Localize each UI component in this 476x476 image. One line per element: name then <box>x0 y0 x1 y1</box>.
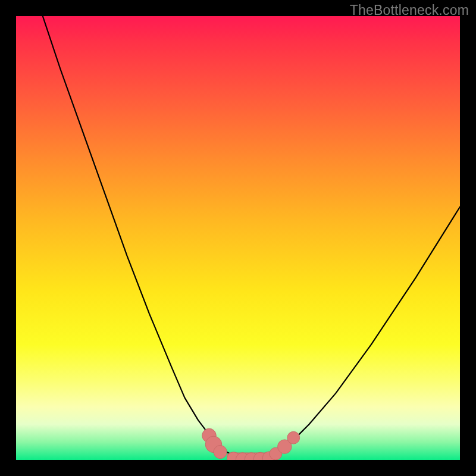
bottleneck-curve <box>43 16 460 460</box>
watermark-text: TheBottleneck.com <box>350 2 469 18</box>
bottleneck-chart-svg <box>16 16 460 460</box>
chart-frame: TheBottleneck.com <box>0 0 476 476</box>
data-marker <box>287 431 300 444</box>
data-marker <box>214 446 227 459</box>
plot-area <box>16 16 460 460</box>
